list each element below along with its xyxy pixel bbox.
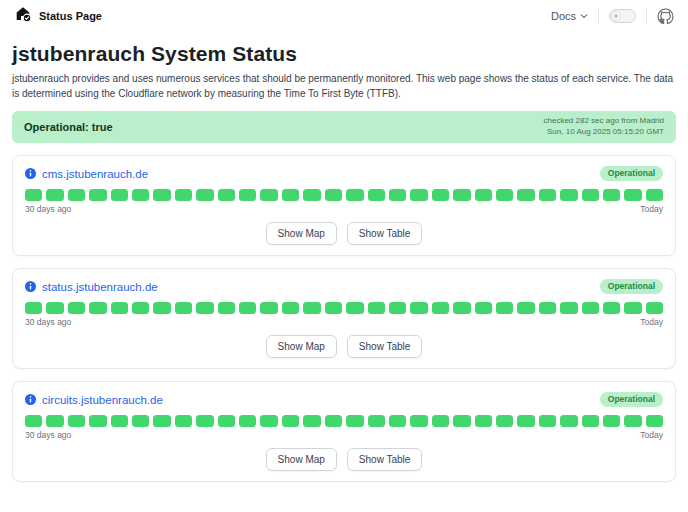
uptime-bar[interactable] (432, 302, 449, 314)
uptime-bar[interactable] (153, 415, 170, 427)
uptime-bar[interactable] (303, 189, 320, 201)
uptime-bar[interactable] (603, 302, 620, 314)
uptime-bar[interactable] (603, 189, 620, 201)
uptime-bar[interactable] (25, 189, 42, 201)
uptime-bar[interactable] (389, 302, 406, 314)
uptime-bar[interactable] (25, 415, 42, 427)
uptime-bar[interactable] (368, 189, 385, 201)
uptime-bar[interactable] (560, 415, 577, 427)
uptime-bar[interactable] (475, 415, 492, 427)
uptime-bar[interactable] (303, 302, 320, 314)
uptime-bar[interactable] (410, 415, 427, 427)
uptime-bar[interactable] (539, 189, 556, 201)
uptime-bar[interactable] (453, 189, 470, 201)
uptime-bar[interactable] (539, 415, 556, 427)
uptime-bar[interactable] (410, 189, 427, 201)
uptime-bar[interactable] (560, 302, 577, 314)
uptime-bar[interactable] (368, 415, 385, 427)
uptime-bar[interactable] (496, 302, 513, 314)
show-table-button[interactable]: Show Table (347, 335, 423, 358)
uptime-bar[interactable] (517, 415, 534, 427)
uptime-bar[interactable] (475, 302, 492, 314)
brand-group[interactable]: Status Page (14, 5, 102, 27)
uptime-bar[interactable] (239, 415, 256, 427)
uptime-bar[interactable] (432, 415, 449, 427)
uptime-bar[interactable] (260, 189, 277, 201)
uptime-bar[interactable] (111, 302, 128, 314)
uptime-bar[interactable] (89, 189, 106, 201)
uptime-bar[interactable] (624, 415, 641, 427)
uptime-bar[interactable] (25, 302, 42, 314)
uptime-bar[interactable] (325, 189, 342, 201)
uptime-bar[interactable] (453, 302, 470, 314)
uptime-bar[interactable] (646, 189, 663, 201)
service-link[interactable]: status.jstubenrauch.de (25, 281, 158, 293)
uptime-bar[interactable] (646, 415, 663, 427)
uptime-bar[interactable] (239, 189, 256, 201)
uptime-bar[interactable] (539, 302, 556, 314)
uptime-bar[interactable] (175, 189, 192, 201)
uptime-bar[interactable] (646, 302, 663, 314)
service-link[interactable]: circuits.jstubenrauch.de (25, 394, 163, 406)
uptime-bar[interactable] (582, 415, 599, 427)
uptime-bar[interactable] (368, 302, 385, 314)
uptime-bar[interactable] (389, 415, 406, 427)
uptime-bar[interactable] (325, 415, 342, 427)
show-table-button[interactable]: Show Table (347, 222, 423, 245)
uptime-bar[interactable] (68, 189, 85, 201)
uptime-bar[interactable] (196, 302, 213, 314)
uptime-bar[interactable] (282, 189, 299, 201)
show-map-button[interactable]: Show Map (266, 448, 337, 471)
service-link[interactable]: cms.jstubenrauch.de (25, 168, 148, 180)
uptime-bar[interactable] (346, 302, 363, 314)
uptime-bar[interactable] (346, 189, 363, 201)
uptime-bar[interactable] (517, 302, 534, 314)
uptime-bar[interactable] (46, 189, 63, 201)
uptime-bar[interactable] (218, 415, 235, 427)
github-link[interactable] (657, 8, 674, 25)
uptime-bar[interactable] (132, 302, 149, 314)
uptime-bar[interactable] (46, 415, 63, 427)
uptime-bar[interactable] (496, 415, 513, 427)
uptime-bar[interactable] (282, 302, 299, 314)
uptime-bar[interactable] (624, 302, 641, 314)
show-table-button[interactable]: Show Table (347, 448, 423, 471)
uptime-bar[interactable] (453, 415, 470, 427)
uptime-bar[interactable] (432, 189, 449, 201)
uptime-bar[interactable] (603, 415, 620, 427)
uptime-bar[interactable] (282, 415, 299, 427)
theme-toggle[interactable] (609, 9, 636, 23)
uptime-bar[interactable] (132, 189, 149, 201)
uptime-bar[interactable] (346, 415, 363, 427)
uptime-bar[interactable] (196, 189, 213, 201)
uptime-bar[interactable] (389, 189, 406, 201)
uptime-bar[interactable] (303, 415, 320, 427)
uptime-bar[interactable] (582, 189, 599, 201)
uptime-bar[interactable] (111, 189, 128, 201)
uptime-bar[interactable] (89, 415, 106, 427)
uptime-bar[interactable] (517, 189, 534, 201)
uptime-bar[interactable] (260, 415, 277, 427)
uptime-bar[interactable] (196, 415, 213, 427)
uptime-bar[interactable] (153, 302, 170, 314)
uptime-bar[interactable] (175, 302, 192, 314)
uptime-bar[interactable] (239, 302, 256, 314)
uptime-bar[interactable] (560, 189, 577, 201)
uptime-bar[interactable] (68, 415, 85, 427)
uptime-bar[interactable] (132, 415, 149, 427)
uptime-bar[interactable] (218, 189, 235, 201)
docs-menu[interactable]: Docs (551, 10, 588, 22)
uptime-bar[interactable] (218, 302, 235, 314)
uptime-bar[interactable] (46, 302, 63, 314)
uptime-bar[interactable] (624, 189, 641, 201)
uptime-bar[interactable] (89, 302, 106, 314)
uptime-bar[interactable] (260, 302, 277, 314)
uptime-bar[interactable] (68, 302, 85, 314)
uptime-bar[interactable] (153, 189, 170, 201)
uptime-bar[interactable] (175, 415, 192, 427)
uptime-bar[interactable] (475, 189, 492, 201)
uptime-bar[interactable] (410, 302, 427, 314)
uptime-bar[interactable] (496, 189, 513, 201)
uptime-bar[interactable] (582, 302, 599, 314)
show-map-button[interactable]: Show Map (266, 335, 337, 358)
